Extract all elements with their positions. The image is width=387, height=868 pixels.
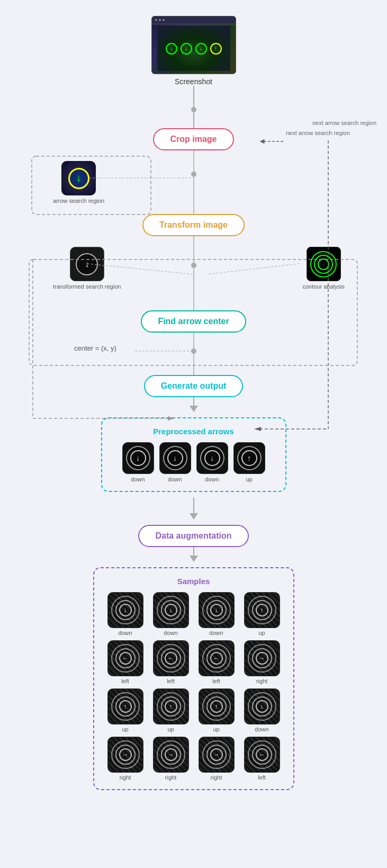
- list-item: ↓ down: [122, 442, 154, 482]
- sample-label-15: right: [211, 774, 222, 781]
- sample-label-2: down: [164, 630, 177, 636]
- list-item: ↓ down: [241, 688, 283, 732]
- transformed-region-group: ↓ transformed search region: [53, 247, 121, 290]
- preprocessed-title: Preprocessed arrows: [113, 427, 275, 436]
- transformed-label: transformed search region: [53, 283, 121, 290]
- sample-label-5: left: [121, 678, 129, 684]
- list-item: ↑ up: [196, 688, 237, 732]
- sample-label-16: left: [258, 774, 266, 781]
- samples-title: Samples: [105, 577, 283, 586]
- connector-dot-4: [191, 348, 196, 354]
- sample-thumb-15: →: [199, 737, 235, 773]
- arrow-search-image: ↓: [61, 161, 96, 195]
- sample-label-3: down: [209, 630, 223, 636]
- sample-label-8: right: [256, 678, 267, 684]
- list-item: ← left: [241, 737, 283, 781]
- sample-thumb-11: ↑: [199, 688, 235, 724]
- sample-label-9: up: [122, 726, 128, 732]
- list-item: ↓ down: [159, 442, 191, 482]
- arrow-connector-2: [190, 513, 198, 520]
- connector-line-7: [193, 497, 194, 513]
- contour-image: ↓: [307, 247, 341, 281]
- arrow-thumb-1: ↓: [122, 442, 154, 474]
- list-item: ← left: [150, 640, 192, 684]
- next-arrow-label: next arrow search region: [312, 120, 376, 126]
- sample-thumb-10: ↑: [153, 688, 189, 724]
- connector-dot-1: [191, 107, 196, 112]
- sample-label-13: right: [120, 774, 131, 781]
- list-item: ← left: [105, 640, 146, 684]
- list-item: ↑ up: [150, 688, 192, 732]
- sample-thumb-3: ↓: [199, 592, 235, 628]
- sample-thumb-14: →: [153, 737, 189, 773]
- transformed-image: ↓: [70, 247, 104, 281]
- find-arrow-center-node[interactable]: Find arrow center: [141, 310, 246, 333]
- contour-label: contour analysis: [303, 283, 345, 290]
- list-item: → right: [241, 640, 283, 684]
- arrow-thumb-4: ↑: [233, 442, 265, 474]
- sample-label-7: left: [212, 678, 220, 684]
- sample-label-11: up: [213, 726, 219, 732]
- crop-image-node[interactable]: Crop image: [153, 128, 233, 150]
- sample-label-6: left: [167, 678, 175, 684]
- preprocessed-grid: ↓ down ↓ down: [113, 442, 275, 482]
- list-item: → right: [105, 737, 146, 781]
- sample-label-14: right: [165, 774, 176, 781]
- list-item: ↑ up: [105, 688, 146, 732]
- screenshot-label: Screenshot: [175, 77, 212, 86]
- connector-line-3: [193, 150, 194, 214]
- sample-thumb-8: →: [244, 640, 280, 676]
- connector-line-1: [193, 86, 194, 107]
- sample-label-1: down: [118, 630, 132, 636]
- list-item: ↓ down: [150, 592, 192, 636]
- svg-line-2: [206, 264, 299, 274]
- connector-line-6: [193, 397, 194, 406]
- list-item: → right: [196, 737, 237, 781]
- preprocessed-section: Preprocessed arrows ↓ down: [101, 417, 286, 492]
- sample-label-4: up: [258, 630, 265, 636]
- arrow-label-4: up: [246, 476, 252, 482]
- list-item: ↑ up: [233, 442, 265, 482]
- list-item: ↓ down: [196, 592, 237, 636]
- arrow-thumb-2: ↓: [159, 442, 191, 474]
- sample-thumb-6: ←: [153, 640, 189, 676]
- arrow-label-3: down: [205, 476, 219, 482]
- connector-dot-3: [191, 263, 196, 268]
- arrow-label-2: down: [168, 476, 182, 482]
- connector-line-8: [193, 547, 194, 556]
- screenshot-node: ↓ ↓ ↓ ↑ Screenshot: [151, 16, 236, 86]
- connector-line-5: [193, 333, 194, 375]
- list-item: ← left: [196, 640, 237, 684]
- arrow-search-region-group: ↓ arrow search region: [53, 161, 104, 204]
- screenshot-image: ↓ ↓ ↓ ↑: [151, 16, 236, 74]
- samples-grid: ↓ down ↓ down ↓: [105, 592, 283, 781]
- arrow-connector-3: [190, 556, 198, 562]
- transform-image-node[interactable]: Transform image: [142, 214, 245, 236]
- connector-dot-2: [191, 172, 196, 177]
- generate-output-node[interactable]: Generate output: [144, 375, 244, 397]
- center-equation: center = (x, y): [74, 344, 116, 352]
- sample-thumb-5: ←: [107, 640, 143, 676]
- contour-analysis-group: ↓ contour analysis: [303, 247, 345, 290]
- connector-line-4: [193, 236, 194, 310]
- sample-thumb-13: →: [107, 737, 143, 773]
- arrow-label-1: down: [131, 476, 145, 482]
- list-item: ↓ down: [105, 592, 146, 636]
- data-augmentation-node[interactable]: Data augmentation: [138, 525, 248, 547]
- sample-thumb-9: ↑: [107, 688, 143, 724]
- sample-thumb-4: ↑: [244, 592, 280, 628]
- sample-label-10: up: [167, 726, 174, 732]
- sample-thumb-1: ↓: [107, 592, 143, 628]
- list-item: ↓ down: [196, 442, 228, 482]
- list-item: ↑ up: [241, 592, 283, 636]
- arrow-search-label: arrow search region: [53, 198, 104, 204]
- sample-thumb-12: ↓: [244, 688, 280, 724]
- sample-thumb-2: ↓: [153, 592, 189, 628]
- list-item: → right: [150, 737, 192, 781]
- sample-label-12: down: [255, 726, 268, 732]
- samples-section: Samples ↓ down ↓: [93, 567, 294, 790]
- arrow-connector-1: [190, 406, 198, 412]
- sample-thumb-16: ←: [244, 737, 280, 773]
- arrow-thumb-3: ↓: [196, 442, 228, 474]
- connector-line-2: [193, 112, 194, 128]
